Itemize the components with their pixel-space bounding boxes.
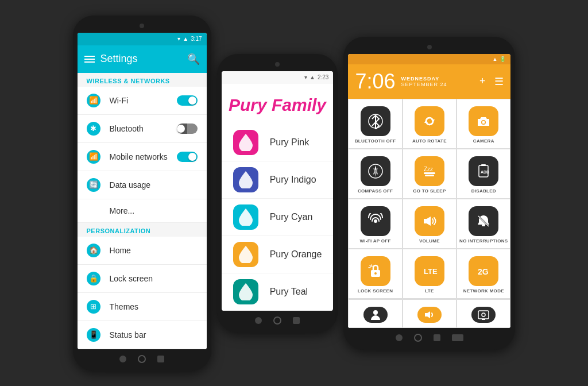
lock-screen-tile-icon: [361, 256, 390, 286]
no-interruptions-icon: [469, 206, 498, 236]
add-icon[interactable]: +: [479, 75, 486, 87]
wifi-status: ▾: [177, 36, 180, 42]
lte-label: LTE: [425, 288, 434, 294]
pury-item-pink[interactable]: Pury Pink: [222, 124, 334, 161]
settings-item-home[interactable]: 🏠 Home: [78, 237, 207, 265]
svg-rect-26: [482, 319, 485, 320]
pury-item-orange[interactable]: Pury Orange: [222, 236, 334, 273]
more-label: More...: [110, 206, 135, 215]
bluetooth-toggle[interactable]: [177, 123, 198, 134]
phone-camera-3: [427, 45, 432, 49]
menu-icon[interactable]: ☰: [494, 75, 504, 88]
back-btn-1[interactable]: [119, 356, 126, 362]
settings-item-data[interactable]: 🔄 Data usage: [78, 171, 207, 199]
wifi-ap-off-label: WI-FI AP OFF: [359, 238, 390, 244]
menu-btn-3[interactable]: [452, 334, 463, 341]
pury-orange-label: Pury Orange: [270, 249, 322, 260]
home-label: Home: [110, 246, 198, 255]
hamburger-icon[interactable]: [84, 56, 95, 63]
bluetooth-label: Bluetooth: [110, 124, 168, 133]
settings-item-mobile[interactable]: 📶 Mobile networks: [78, 143, 207, 171]
bluetooth-tile-icon: [361, 106, 390, 136]
tile-sound[interactable]: [403, 299, 457, 328]
settings-item-statusbar[interactable]: 📱 Status bar: [78, 321, 207, 349]
search-icon[interactable]: 🔍: [187, 53, 200, 65]
pury-item-teal[interactable]: Pury Teal: [222, 273, 334, 311]
tile-network-mode[interactable]: 2G NETWORK MODE: [457, 249, 510, 299]
date-block: WEDNESDAY SEPTEMBER 24: [401, 76, 473, 87]
phone-pury: ▾ ▲ 2:23 Pury Family Pury Pink: [217, 54, 338, 333]
phone-camera-2: [275, 62, 280, 67]
pury-orange-icon: [233, 242, 258, 267]
pury-teal-label: Pury Teal: [270, 287, 308, 297]
pury-screen: ▾ ▲ 2:23 Pury Family Pury Pink: [222, 71, 334, 311]
tile-auto-rotate[interactable]: AUTO ROTATE: [403, 99, 457, 149]
data-label: Data usage: [110, 180, 198, 190]
signal-status: ▲: [183, 36, 188, 42]
settings-item-bluetooth[interactable]: ✱ Bluetooth: [78, 115, 207, 143]
settings-item-lock[interactable]: 🔒 Lock screen: [78, 265, 207, 293]
pury-time: 2:23: [318, 74, 328, 80]
home-btn-3[interactable]: [414, 334, 422, 342]
pury-indigo-label: Pury Indigo: [270, 175, 316, 185]
pury-item-indigo[interactable]: Pury Indigo: [222, 161, 334, 199]
lock-screen-label: LOCK SCREEN: [358, 288, 393, 294]
svg-point-27: [482, 313, 485, 316]
screen-off-icon: [471, 307, 496, 323]
recents-btn-1[interactable]: [157, 356, 164, 362]
quick-grid: BLUETOOTH OFF AUTO ROTATE: [348, 99, 510, 299]
svg-text:ADB: ADB: [481, 170, 489, 174]
wifi-toggle[interactable]: [177, 95, 198, 106]
mobile-toggle[interactable]: [177, 152, 198, 162]
quick-screen: ▲ 🔋 7:06 WEDNESDAY SEPTEMBER 24 + ☰: [348, 54, 510, 328]
themes-icon: ⊞: [87, 300, 100, 314]
settings-item-more[interactable]: More...: [78, 199, 207, 223]
home-btn-1[interactable]: [138, 355, 146, 363]
tile-wifi-ap-off[interactable]: WI-FI AP OFF: [348, 199, 402, 249]
svg-point-4: [482, 121, 485, 123]
tile-person[interactable]: [348, 299, 402, 328]
tile-screen-off[interactable]: [457, 299, 510, 328]
tile-disabled[interactable]: ADB DISABLED: [457, 149, 510, 199]
settings-item-wifi[interactable]: 📶 Wi-Fi: [78, 87, 207, 115]
recents-btn-2[interactable]: [293, 317, 300, 324]
settings-item-themes[interactable]: ⊞ Themes: [78, 293, 207, 321]
back-btn-3[interactable]: [396, 334, 403, 341]
quick-wifi: 🔋: [500, 56, 506, 62]
pury-title: Pury Family: [222, 84, 334, 124]
pury-cyan-icon: [233, 204, 258, 230]
svg-marker-2: [431, 119, 435, 123]
nav-bar-3: [396, 334, 463, 342]
tile-lock-screen[interactable]: LOCK SCREEN: [348, 249, 402, 299]
quick-date: SEPTEMBER 24: [401, 82, 473, 87]
recents-btn-3[interactable]: [434, 334, 440, 341]
svg-point-20: [374, 272, 377, 275]
wifi-ap-tile-icon: [361, 206, 390, 236]
quick-day: WEDNESDAY: [401, 76, 473, 82]
home-btn-2[interactable]: [273, 316, 281, 325]
svg-rect-10: [425, 175, 434, 176]
phone-quick: ▲ 🔋 7:06 WEDNESDAY SEPTEMBER 24 + ☰: [343, 37, 515, 350]
network-mode-icon: 2G: [469, 256, 498, 286]
camera-tile-icon: [469, 106, 498, 136]
tile-volume[interactable]: VOLUME: [403, 199, 457, 249]
auto-rotate-icon: [415, 106, 444, 136]
tile-camera[interactable]: CAMERA: [457, 99, 510, 149]
lte-tile-icon: LTE: [415, 256, 444, 286]
quick-actions: + ☰: [479, 75, 504, 88]
tile-lte[interactable]: LTE LTE: [403, 249, 457, 299]
pury-status-bar: ▾ ▲ 2:23: [222, 71, 334, 84]
mobile-icon: 📶: [87, 150, 100, 164]
tile-no-interruptions[interactable]: NO INTERRUPTIONS: [457, 199, 510, 249]
pury-signal: ▲: [310, 74, 315, 80]
back-btn-2[interactable]: [255, 317, 262, 324]
pury-item-cyan[interactable]: Pury Cyan: [222, 199, 334, 236]
tile-go-to-sleep[interactable]: Zzz GO TO SLEEP: [403, 149, 457, 199]
quick-time: 7:06: [355, 71, 395, 92]
pury-pink-icon: [233, 130, 258, 155]
tile-bluetooth-off[interactable]: BLUETOOTH OFF: [348, 99, 402, 149]
header-left: Settings: [84, 53, 138, 65]
lock-icon: 🔒: [87, 272, 100, 285]
tile-compass-off[interactable]: COMPASS OFF: [348, 149, 402, 199]
section-wireless: WIRELESS & NETWORKS: [78, 73, 207, 87]
